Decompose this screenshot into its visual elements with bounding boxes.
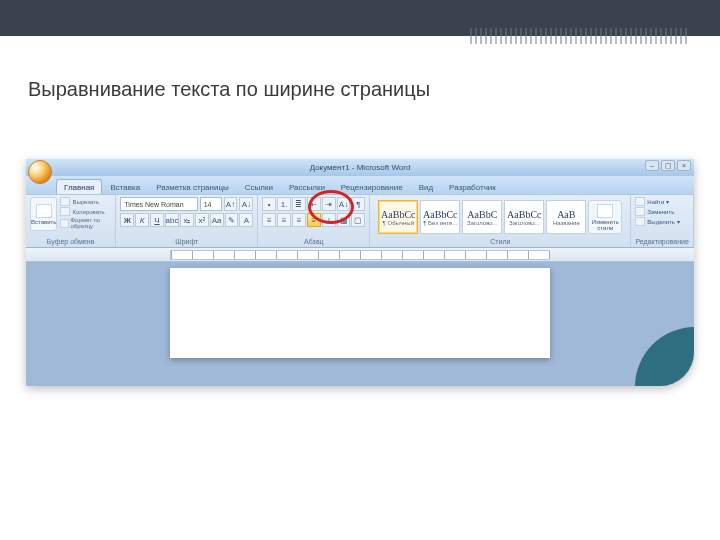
titlebar: Документ1 - Microsoft Word – ▢ × (26, 159, 694, 176)
font-size-combo[interactable]: 14 (200, 197, 222, 211)
editing-group-label: Редактирование (635, 238, 689, 245)
brush-icon (60, 219, 68, 228)
tab-1[interactable]: Вставка (102, 179, 148, 194)
style-tile-4[interactable]: AaBНазвание (546, 200, 586, 234)
group-font: Times New Roman 14 A↑ A↓ Ж К Ч abc x₂ x²… (116, 195, 258, 247)
font-group-label: Шрифт (120, 238, 253, 245)
cut-button[interactable]: Вырезать (60, 197, 111, 206)
group-editing: Найти ▾ Заменить Выделить ▾ Редактирован… (631, 195, 694, 247)
style-tile-0[interactable]: AaBbCc¶ Обычный (378, 200, 418, 234)
style-tile-2[interactable]: AaBbCЗаголово... (462, 200, 502, 234)
tab-0[interactable]: Главная (56, 179, 102, 194)
page[interactable] (170, 268, 550, 358)
bullets-button[interactable]: • (262, 197, 276, 211)
tab-5[interactable]: Рецензирование (333, 179, 411, 194)
decorative-stripes (470, 28, 690, 44)
copy-icon (60, 207, 70, 216)
clipboard-group-label: Буфер обмена (30, 238, 111, 245)
select-button[interactable]: Выделить ▾ (635, 217, 689, 226)
underline-button[interactable]: Ч (150, 213, 164, 227)
indent-dec-button[interactable]: ⇤ (307, 197, 321, 211)
maximize-button[interactable]: ▢ (661, 160, 675, 171)
ribbon-tabs: ГлавнаяВставкаРазметка страницыСсылкиРас… (26, 176, 694, 194)
document-area[interactable] (26, 262, 694, 386)
tab-2[interactable]: Разметка страницы (148, 179, 237, 194)
tab-6[interactable]: Вид (411, 179, 441, 194)
style-tile-3[interactable]: AaBbCcЗаголово... (504, 200, 544, 234)
group-clipboard: Вставить Вырезать Копировать Формат по о… (26, 195, 116, 247)
change-styles-button[interactable]: Изменить стили (588, 200, 622, 234)
paste-label: Вставить (31, 219, 56, 225)
superscript-button[interactable]: x² (195, 213, 209, 227)
font-name-value: Times New Roman (124, 201, 183, 208)
select-label: Выделить ▾ (647, 218, 679, 225)
paragraph-group-label: Абзац (262, 238, 365, 245)
show-marks-button[interactable]: ¶ (351, 197, 365, 211)
close-button[interactable]: × (677, 160, 691, 171)
paste-button[interactable]: Вставить (30, 197, 57, 231)
ruler-scale (170, 250, 550, 260)
justify-button[interactable]: ≡ (307, 213, 321, 227)
minimize-button[interactable]: – (645, 160, 659, 171)
styles-group-label: Стили (374, 238, 626, 245)
line-spacing-button[interactable]: ↕ (322, 213, 336, 227)
numbering-button[interactable]: 1. (277, 197, 291, 211)
grow-font-button[interactable]: A↑ (224, 197, 238, 211)
highlight-button[interactable]: ✎ (225, 213, 239, 227)
bold-button[interactable]: Ж (120, 213, 134, 227)
copy-button[interactable]: Копировать (60, 207, 111, 216)
select-icon (635, 217, 645, 226)
cut-label: Вырезать (72, 199, 99, 205)
tab-7[interactable]: Разработчик (441, 179, 504, 194)
align-right-button[interactable]: ≡ (292, 213, 306, 227)
clear-format-button[interactable]: Aa (210, 213, 224, 227)
group-paragraph: • 1. ≣ ⇤ ⇥ A↓ ¶ ≡ ≡ ≡ ≡ ↕ ▦ ▢ (258, 195, 370, 247)
format-painter-button[interactable]: Формат по образцу (60, 217, 111, 229)
copy-label: Копировать (72, 209, 104, 215)
strike-button[interactable]: abc (165, 213, 179, 227)
word-window: Документ1 - Microsoft Word – ▢ × Главная… (26, 159, 694, 386)
replace-button[interactable]: Заменить (635, 207, 689, 216)
subscript-button[interactable]: x₂ (180, 213, 194, 227)
office-button[interactable] (28, 160, 52, 184)
ribbon: Вставить Вырезать Копировать Формат по о… (26, 194, 694, 248)
cut-icon (60, 197, 70, 206)
font-size-value: 14 (204, 201, 212, 208)
borders-button[interactable]: ▢ (351, 213, 365, 227)
find-icon (635, 197, 645, 206)
slide-title: Выравнивание текста по ширине страницы (28, 78, 720, 101)
horizontal-ruler[interactable] (26, 248, 694, 262)
shrink-font-button[interactable]: A↓ (239, 197, 253, 211)
align-left-button[interactable]: ≡ (262, 213, 276, 227)
tab-4[interactable]: Рассылки (281, 179, 333, 194)
change-styles-icon (597, 204, 613, 218)
paste-icon (36, 204, 52, 218)
replace-icon (635, 207, 645, 216)
find-button[interactable]: Найти ▾ (635, 197, 689, 206)
shading-button[interactable]: ▦ (337, 213, 351, 227)
window-title: Документ1 - Microsoft Word (310, 163, 411, 172)
format-painter-label: Формат по образцу (71, 217, 112, 229)
find-label: Найти ▾ (647, 198, 669, 205)
align-center-button[interactable]: ≡ (277, 213, 291, 227)
style-tile-1[interactable]: AaBbCc¶ Без инте... (420, 200, 460, 234)
sort-button[interactable]: A↓ (337, 197, 351, 211)
replace-label: Заменить (647, 209, 674, 215)
font-color-button[interactable]: A (239, 213, 253, 227)
multilevel-button[interactable]: ≣ (292, 197, 306, 211)
group-styles: AaBbCc¶ ОбычныйAaBbCc¶ Без инте...AaBbCЗ… (370, 195, 631, 247)
italic-button[interactable]: К (135, 213, 149, 227)
font-name-combo[interactable]: Times New Roman (120, 197, 197, 211)
tab-3[interactable]: Ссылки (237, 179, 281, 194)
indent-inc-button[interactable]: ⇥ (322, 197, 336, 211)
